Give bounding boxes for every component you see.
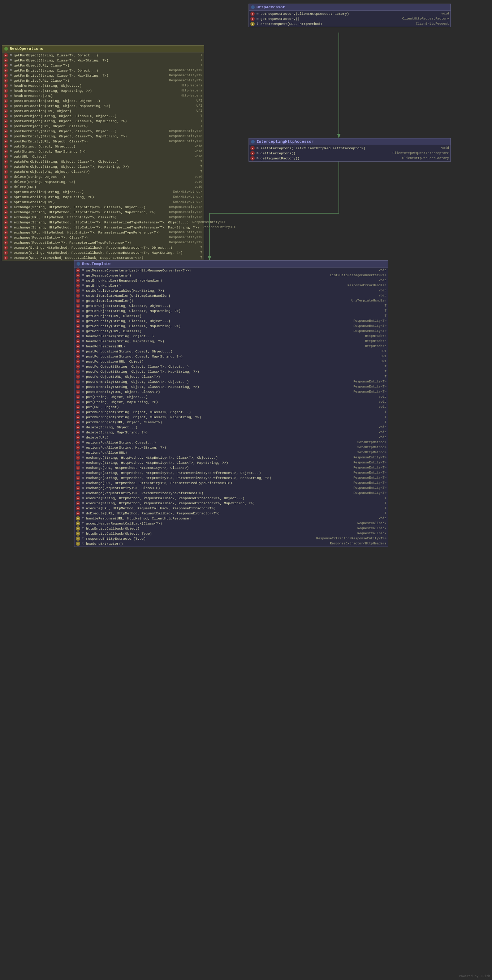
member-row[interactable]: ● m setMessageConverters(List<HttpMessag… [75,268,388,273]
member-row[interactable]: ● m setRequestFactory(ClientHttpRequestF… [249,11,451,16]
member-row[interactable]: ● m exchange(String, HttpMethod, HttpEnt… [75,460,388,465]
member-row[interactable]: ● m put(URL, Object) void [2,154,204,159]
member-row[interactable]: ● m headForHeaders(String, Object...) Ht… [2,83,204,88]
member-row[interactable]: ● m postForObject(String, Object, Class<… [2,113,204,119]
member-row[interactable]: ● m optionsForAllow(String, Map<String, … [2,194,204,200]
member-row[interactable]: ● m exchange(String, HttpMethod, HttpEnt… [2,225,204,230]
member-row[interactable]: ● m postForLocation(String, Object, Obje… [2,98,204,103]
member-row[interactable]: ● m postForEntity(String, Object, Class<… [75,379,388,384]
member-row[interactable]: ● m getForObject(String, Class<T>, Map<S… [75,309,388,313]
member-row[interactable]: ● m getMessageConverters() List<HttpMess… [75,273,388,278]
member-row[interactable]: ● m getForEntity(String, Class<T>, Map<S… [75,323,388,329]
member-row[interactable]: ● m optionsForAllow(String, Object...) S… [2,189,204,194]
member-row[interactable]: ● m exchange(RequestEntity<?>, Class<T>)… [2,235,204,240]
member-row[interactable]: ● m execute(URL, HttpMethod, RequestCall… [2,255,204,260]
member-row[interactable]: ● m doExecute(URL, HttpMethod, RequestCa… [75,511,388,516]
member-row[interactable]: ● m exchange(URL, HttpMethod, HttpEntity… [2,215,204,220]
member-row[interactable]: ● m getRequestFactory() ClientHttpReques… [249,156,451,161]
member-row[interactable]: ● m postForEntity(String, Object, Class<… [75,384,388,389]
member-row[interactable]: ● m exchange(URL, HttpMethod, HttpEntity… [75,465,388,470]
member-row[interactable]: ● m delete(String, Map<String, ?>) void [2,179,204,185]
member-row[interactable]: ● t httpEntityCallback(Object, Type) Req… [75,531,388,536]
member-row[interactable]: ● t createRequest(URL, HttpMethod) Clien… [249,21,451,26]
member-row[interactable]: ● m optionsForAllow(String, Object...) S… [75,440,388,445]
member-row[interactable]: ● m exchange(String, HttpMethod, HttpEnt… [75,476,388,480]
member-row[interactable]: ● m put(String, Object, Object...) void [2,144,204,149]
member-row[interactable]: ● m postForLocation(String, Object, Map<… [75,354,388,359]
member-row[interactable]: ● m postForLocation(URL, Object) URI [2,108,204,113]
member-row[interactable]: ● m getForObject(String, Class<T>, Map<S… [2,58,204,63]
member-row[interactable]: ● m exchange(String, HttpMethod, HttpEnt… [2,205,204,210]
member-row[interactable]: ● m put(String, Object, Map<String, ?>) … [2,149,204,154]
member-row[interactable]: ● m getForObject(String, Class<T>, Objec… [2,53,204,58]
member-row[interactable]: ● m exchange(String, HttpMethod, HttpEnt… [75,455,388,460]
member-row[interactable]: ● m postForEntity(String, Object, Class<… [2,134,204,139]
member-row[interactable]: ● m execute(String, HttpMethod, RequestC… [75,501,388,506]
member-row[interactable]: ● t handleResponse(URL, HttpMethod, Clie… [75,516,388,521]
member-row[interactable]: ● m exchange(URL, HttpMethod, HttpEntity… [2,230,204,235]
member-row[interactable]: ● m getRequestFactory() ClientHttpReques… [249,16,451,21]
member-row[interactable]: ● m setUriTemplateHandler(UriTemplateHan… [75,293,388,298]
member-row[interactable]: ● m postForLocation(URL, Object) URI [75,359,388,364]
member-row[interactable]: ● m patchForObject(URL, Object, Class<T>… [2,169,204,174]
member-row[interactable]: ● m delete(URL) void [2,185,204,189]
member-row[interactable]: ● m headForHeaders(URL) HttpHeaders [2,93,204,98]
member-row[interactable]: ● m optionsForAllow(URL) Set<HttpMethod> [2,200,204,205]
member-row[interactable]: ● m delete(String, Object...) void [2,174,204,179]
member-row[interactable]: ● m patchForObject(URL, Object, Class<T>… [75,420,388,425]
member-row[interactable]: ● m headForHeaders(String, Map<String, ?… [75,339,388,344]
member-row[interactable]: ● m postForEntity(URL, Object, Class<T>)… [75,389,388,395]
member-row[interactable]: ● m exchange(String, HttpMethod, HttpEnt… [2,220,204,225]
member-row[interactable]: ● m postForObject(String, Object, Class<… [75,369,388,374]
member-row[interactable]: ● t httpEntityCallback(Object) RequestCa… [75,526,388,531]
member-row[interactable]: ● m exchange(URL, HttpMethod, HttpEntity… [75,480,388,485]
member-row[interactable]: ● m optionsForAllow(URL) Set<HttpMethod> [75,450,388,455]
member-row[interactable]: ● m patchForObject(String, Object, Class… [2,159,204,164]
member-row[interactable]: ● m patchForObject(String, Object, Class… [2,164,204,169]
member-row[interactable]: ● m postForEntity(String, Object, Class<… [2,129,204,134]
member-row[interactable]: ● m getForEntity(String, Class<T>, Objec… [2,68,204,73]
member-row[interactable]: ● m exchange(RequestEntity<?>, Class<T>)… [75,485,388,490]
member-row[interactable]: ● m exchange(RequestEntity<?>, Parameter… [75,490,388,496]
member-row[interactable]: ● m exchange(String, HttpMethod, HttpEnt… [75,470,388,476]
member-row[interactable]: ● m execute(URL, HttpMethod, RequestCall… [75,506,388,511]
member-row[interactable]: ● m headForHeaders(URL) HttpHeaders [75,344,388,349]
member-row[interactable]: ● m put(String, Object, Map<String, ?>) … [75,399,388,404]
member-row[interactable]: ● m exchange(String, HttpMethod, HttpEnt… [2,210,204,215]
member-row[interactable]: ● m delete(String, Map<String, ?>) void [75,430,388,435]
member-row[interactable]: ● m exchange(RequestEntity<?>, Parameter… [2,240,204,245]
member-row[interactable]: ● t headersExtractor() ResponseExtractor… [75,541,388,546]
member-row[interactable]: ● m delete(URL) void [75,435,388,440]
member-row[interactable]: ● m getUriTemplateHandler() UriTemplateH… [75,298,388,303]
member-row[interactable]: ● m postForLocation(String, Object, Obje… [75,349,388,354]
member-row[interactable]: ● m getForEntity(String, Class<T>, Objec… [75,318,388,323]
member-row[interactable]: ● m execute(String, HttpMethod, RequestC… [2,250,204,255]
member-row[interactable]: ● m postForObject(String, Object, Class<… [2,119,204,124]
member-row[interactable]: ● m getForEntity(URL, Class<T>) Response… [75,329,388,334]
member-row[interactable]: ● m setErrorHandler(ResponseErrorHandler… [75,278,388,283]
member-row[interactable]: ● m getForObject(URL, Class<T>) T [75,313,388,318]
member-row[interactable]: ● m patchForObject(String, Object, Class… [75,415,388,420]
member-row[interactable]: ● m getErrorHandler() ResponseErrorHandl… [75,283,388,288]
member-row[interactable]: ● m getInterceptors() ClientHttpRequestI… [249,151,451,156]
member-row[interactable]: ● m postForLocation(String, Object, Map<… [2,103,204,108]
member-row[interactable]: ● t acceptHeaderRequestCallback(Class<?>… [75,521,388,526]
member-row[interactable]: ● m postForEntity(URL, Object, Class<T>)… [2,139,204,144]
member-row[interactable]: ● m headForHeaders(String, Object...) Ht… [75,334,388,339]
member-row[interactable]: ● m getForObject(String, Class<T>, Objec… [75,303,388,309]
member-row[interactable]: ● m headForHeaders(String, Map<String, ?… [2,88,204,93]
member-row[interactable]: ● m getForEntity(String, Class<T>, Map<S… [2,73,204,78]
member-row[interactable]: ● m optionsForAllow(String, Map<String, … [75,445,388,450]
member-row[interactable]: ● m execute(String, HttpMethod, RequestC… [75,496,388,501]
member-row[interactable]: ● m execute(String, HttpMethod, RequestC… [2,245,204,250]
member-row[interactable]: ● m postForObject(URL, Object, Class<T>)… [2,124,204,129]
member-row[interactable]: ● m put(String, Object, Object...) void [75,395,388,399]
member-row[interactable]: ● m getForObject(URL, Class<T>) T [2,63,204,68]
member-row[interactable]: ● m getForEntity(URL, Class<T>) Response… [2,78,204,83]
member-row[interactable]: ● m patchForObject(String, Object, Class… [75,410,388,415]
member-row[interactable]: ● t responseEntityExtractor(Type) Respon… [75,536,388,541]
member-row[interactable]: ● m postForObject(String, Object, Class<… [75,364,388,369]
member-row[interactable]: ● m setInterceptors(List<ClientHttpReque… [249,146,451,151]
member-row[interactable]: ● m setDefaultUriVariables(Map<String, ?… [75,288,388,293]
member-row[interactable]: ● m postForObject(URL, Object, Class<T>)… [75,374,388,379]
